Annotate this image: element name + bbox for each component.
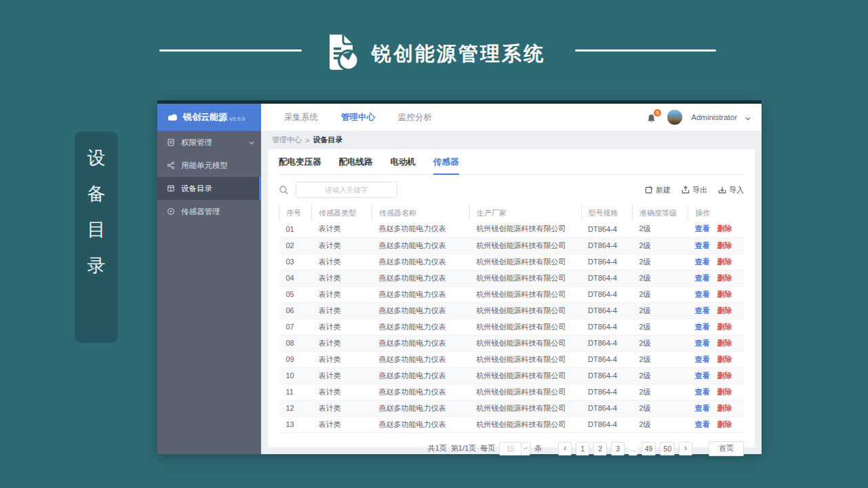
view-link[interactable]: 查看	[695, 290, 710, 298]
page-number-button[interactable]: 1	[576, 442, 589, 455]
table-row: 03 表计类 燕赵多功能电力仪表 杭州锐创能源科技有限公司 DT864-4 2级…	[279, 253, 745, 270]
cell-actions: 查看 删除	[688, 302, 744, 319]
nav-item-monitoring-analysis[interactable]: 监控分析	[398, 112, 432, 123]
view-link[interactable]: 查看	[695, 404, 710, 412]
cell-serial: 11	[279, 384, 312, 400]
cell-accuracy: 2级	[632, 302, 688, 319]
breadcrumb-parent[interactable]: 管理中心	[272, 135, 302, 145]
cell-sensor-type: 表计类	[311, 302, 372, 319]
cloud-icon	[165, 110, 179, 124]
notification-bell-icon[interactable]: 5	[646, 110, 658, 124]
notification-badge: 5	[654, 109, 661, 117]
user-caret-icon[interactable]	[745, 111, 751, 123]
cell-accuracy: 2级	[632, 319, 688, 335]
cell-sensor-type: 表计类	[311, 319, 372, 335]
cell-sensor-name: 燕赵多功能电力仪表	[372, 302, 470, 319]
delete-link[interactable]: 删除	[717, 241, 732, 249]
delete-link[interactable]: 删除	[717, 339, 732, 347]
sidebar-item-device-catalog[interactable]: 设备目录	[157, 177, 261, 200]
cell-actions: 查看 删除	[688, 319, 744, 335]
sidebar-item-energy-unit-model[interactable]: 用能单元模型	[157, 154, 261, 177]
cell-serial: 09	[279, 351, 312, 367]
col-manufacturer: 生产厂家	[470, 205, 582, 221]
view-link[interactable]: 查看	[695, 241, 710, 249]
page-number-button[interactable]: …	[629, 442, 637, 455]
prev-page-button[interactable]: ‹	[558, 442, 572, 455]
delete-link[interactable]: 删除	[717, 258, 732, 266]
sidebar-item-label: 设备目录	[181, 184, 212, 194]
cell-sensor-name: 燕赵多功能电力仪表	[372, 319, 470, 335]
import-button[interactable]: 导入	[718, 185, 744, 195]
sidebar-item-sensor-management[interactable]: 传感器管理	[157, 200, 261, 223]
view-link[interactable]: 查看	[695, 339, 710, 347]
cell-sensor-name: 燕赵多功能电力仪表	[372, 416, 470, 432]
cell-actions: 查看 删除	[688, 286, 744, 302]
cell-model: DT864-4	[581, 253, 632, 270]
delete-link[interactable]: 删除	[717, 290, 732, 298]
delete-link[interactable]: 删除	[717, 306, 732, 314]
delete-link[interactable]: 删除	[717, 323, 732, 331]
cell-sensor-name: 燕赵多功能电力仪表	[372, 351, 470, 367]
product-name: 锐创云能源	[183, 111, 227, 123]
cell-accuracy: 2级	[632, 416, 688, 432]
delete-link[interactable]: 删除	[717, 420, 732, 428]
view-link[interactable]: 查看	[695, 388, 710, 396]
tab-distribution-transformer[interactable]: 配电变压器	[279, 157, 321, 174]
tab-sensor[interactable]: 传感器	[433, 157, 459, 175]
col-actions: 操作	[688, 205, 744, 221]
cell-manufacturer: 杭州锐创能源科技有限公司	[470, 416, 582, 432]
user-name[interactable]: Administrator	[691, 113, 737, 121]
delete-link[interactable]: 删除	[717, 224, 732, 232]
sidebar-item-permissions[interactable]: 权限管理	[157, 131, 261, 154]
view-link[interactable]: 查看	[695, 355, 710, 363]
cell-sensor-name: 燕赵多功能电力仪表	[372, 270, 470, 286]
delete-link[interactable]: 删除	[717, 388, 732, 396]
next-page-button[interactable]: ›	[679, 442, 692, 455]
first-page-button[interactable]: 首页	[709, 441, 744, 456]
page-number-button[interactable]: 3	[611, 442, 625, 455]
search-input[interactable]	[296, 182, 397, 198]
export-button[interactable]: 导出	[682, 185, 707, 195]
view-link[interactable]: 查看	[695, 306, 710, 314]
view-link[interactable]: 查看	[695, 371, 710, 380]
per-page-label: 每页	[480, 443, 495, 453]
cell-model: DT864-4	[581, 400, 632, 416]
cell-serial: 04	[279, 270, 312, 286]
col-sensor-name: 传感器名称	[372, 205, 470, 221]
view-link[interactable]: 查看	[695, 420, 710, 428]
delete-link[interactable]: 删除	[717, 371, 732, 380]
device-catalog-icon	[167, 184, 175, 192]
nav-item-management-center[interactable]: 管理中心	[341, 112, 375, 123]
table-row: 05 表计类 燕赵多功能电力仪表 杭州锐创能源科技有限公司 DT864-4 2级…	[279, 286, 745, 302]
cell-accuracy: 2级	[632, 270, 688, 286]
delete-link[interactable]: 删除	[717, 404, 732, 412]
view-link[interactable]: 查看	[695, 224, 710, 232]
new-button[interactable]: 新建	[645, 185, 671, 195]
top-navigation: 采集系统 管理中心 监控分析 5 Administrator	[261, 104, 762, 131]
tab-motor[interactable]: 电动机	[391, 157, 416, 174]
cell-serial: 08	[279, 335, 312, 351]
view-link[interactable]: 查看	[695, 258, 710, 266]
permissions-icon	[167, 138, 175, 146]
nav-item-collection-system[interactable]: 采集系统	[284, 112, 318, 123]
energy-unit-model-icon	[167, 161, 175, 169]
tab-distribution-line[interactable]: 配电线路	[339, 157, 373, 174]
document-chart-icon	[319, 30, 362, 74]
device-type-tabs: 配电变压器 配电线路 电动机 传感器	[279, 149, 744, 175]
view-link[interactable]: 查看	[695, 323, 710, 331]
per-page-input[interactable]	[500, 443, 521, 455]
avatar[interactable]	[667, 109, 683, 125]
breadcrumb-separator: >	[305, 136, 309, 144]
col-model: 型号规格	[581, 205, 632, 221]
page-number-button[interactable]: 50	[660, 442, 675, 455]
page-number-button[interactable]: 2	[593, 442, 607, 455]
table-row: 02 表计类 燕赵多功能电力仪表 杭州锐创能源科技有限公司 DT864-4 2级…	[279, 237, 745, 253]
table-row: 07 表计类 燕赵多功能电力仪表 杭州锐创能源科技有限公司 DT864-4 2级…	[279, 319, 745, 335]
chevron-down-icon	[249, 138, 254, 146]
view-link[interactable]: 查看	[695, 274, 710, 282]
page-number-button[interactable]: 49	[642, 442, 656, 455]
delete-link[interactable]: 删除	[717, 355, 732, 363]
delete-link[interactable]: 删除	[717, 274, 732, 282]
cell-manufacturer: 杭州锐创能源科技有限公司	[470, 335, 582, 351]
per-page-stepper-icon[interactable]: ▴▾	[521, 443, 530, 455]
